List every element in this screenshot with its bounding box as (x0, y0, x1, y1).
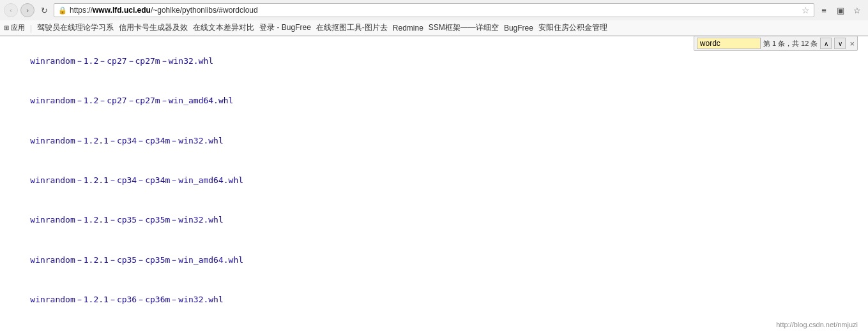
refresh-button[interactable]: ↻ (37, 3, 51, 17)
bm-item-3[interactable]: 登录 - BugFree (259, 22, 311, 33)
line-winrandom-8: winrandom－1.2.1－cp36－cp36m－win_amd64.whl (10, 320, 858, 331)
watermark: http://blog.csdn.net/nmjuzi (776, 321, 858, 328)
link-winrandom-6[interactable]: winrandom－1.2.1－cp35－cp35m－win_amd64.whl (30, 255, 243, 265)
line-winrandom-4: winrandom－1.2.1－cp34－cp34m－win_amd64.whl (10, 161, 858, 200)
bm-item-4[interactable]: 在线抠图工具-图片去 (316, 22, 388, 33)
link-winrandom-2[interactable]: winrandom－1.2－cp27－cp27m－win_amd64.whl (30, 96, 233, 105)
find-next-button[interactable]: ∨ (834, 38, 846, 49)
back-button[interactable]: ‹ (4, 3, 18, 17)
line-winrandom-2: winrandom－1.2－cp27－cp27m－win_amd64.whl (10, 81, 858, 121)
star-empty-icon[interactable]: ☆ (850, 3, 864, 17)
line-winrandom-6: winrandom－1.2.1－cp35－cp35m－win_amd64.whl (10, 240, 858, 280)
link-winrandom-7[interactable]: winrandom－1.2.1－cp36－cp36m－win32.whl (30, 295, 223, 304)
apps-grid-icon: ⊞ (4, 24, 9, 31)
link-winrandom-5[interactable]: winrandom－1.2.1－cp35－cp35m－win32.whl (30, 215, 223, 224)
find-close-button[interactable]: × (849, 39, 855, 48)
bookmarks-bar: ⊞ 应用 | 驾驶员在线理论学习系 信用卡号生成器及效 在线文本差异对比 登录 … (0, 20, 868, 36)
line-winrandom-3: winrandom－1.2.1－cp34－cp34m－win32.whl (10, 121, 858, 161)
bm-separator: | (30, 24, 32, 33)
bm-item-2[interactable]: 在线文本差异对比 (193, 22, 254, 33)
apps-label: 应用 (11, 23, 25, 33)
line-winrandom-5: winrandom－1.2.1－cp35－cp35m－win32.whl (10, 201, 858, 240)
find-prev-button[interactable]: ∧ (820, 38, 832, 49)
page-menu-icon[interactable]: ≡ (817, 3, 831, 17)
bm-item-7[interactable]: BugFree (504, 24, 533, 33)
line-winrandom-7: winrandom－1.2.1－cp36－cp36m－win32.whl (10, 280, 858, 320)
link-winrandom-4[interactable]: winrandom－1.2.1－cp34－cp34m－win_amd64.whl (30, 175, 243, 185)
bm-item-0[interactable]: 驾驶员在线理论学习系 (37, 22, 114, 33)
url-text: https://www.lfd.uci.edu/~gohlke/pythonli… (70, 6, 258, 15)
url-domain: www.lfd.uci.edu (93, 6, 151, 15)
monitor-icon: ▣ (834, 3, 848, 17)
bm-item-5[interactable]: Redmine (393, 24, 423, 33)
link-winrandom-3[interactable]: winrandom－1.2.1－cp34－cp34m－win32.whl (30, 136, 223, 145)
bm-item-8[interactable]: 安阳住房公积金管理 (538, 22, 607, 33)
apps-button[interactable]: ⊞ 应用 (4, 23, 25, 33)
bm-item-6[interactable]: SSM框架——详细空 (429, 22, 499, 33)
find-input[interactable] (697, 38, 761, 49)
bookmark-star-icon[interactable]: ☆ (802, 5, 810, 15)
find-status: 第 1 条，共 12 条 (763, 39, 818, 48)
lock-icon: 🔒 (58, 6, 67, 15)
link-winrandom-1[interactable]: winrandom－1.2－cp27－cp27m－win32.whl (30, 56, 213, 66)
bm-item-1[interactable]: 信用卡号生成器及效 (119, 22, 188, 33)
address-bar[interactable]: 🔒 https://www.lfd.uci.edu/~gohlke/python… (54, 3, 814, 17)
forward-button[interactable]: › (20, 3, 34, 17)
main-content: winrandom－1.2－cp27－cp27m－win32.whl winra… (0, 36, 868, 331)
find-bar: 第 1 条，共 12 条 ∧ ∨ × (694, 36, 858, 51)
